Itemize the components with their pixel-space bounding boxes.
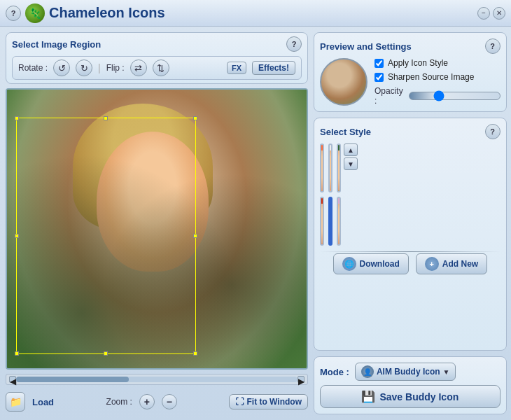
thumb-face-5	[328, 204, 332, 246]
divider	[320, 251, 500, 252]
minimize-button[interactable]: −	[477, 7, 490, 20]
style-scroll-up-button[interactable]: ▲	[344, 144, 358, 156]
left-panel: Select Image Region ? Rotate : ↺ ↻ | Fli…	[6, 32, 308, 414]
add-new-label: Add New	[442, 259, 478, 269]
opacity-row: Opacity :	[374, 86, 500, 106]
horizontal-scrollbar[interactable]: ◀ ▶	[6, 374, 308, 385]
mode-row: Mode : 👤 AIM Buddy Icon ▼	[320, 363, 500, 381]
style-green-leaves-thumb[interactable]	[337, 144, 341, 192]
title-bar: ? 🦎 Chameleon Icons − ✕	[0, 0, 511, 27]
flip-horizontal-button[interactable]: ⇄	[130, 59, 147, 76]
preview-thumbnail	[320, 58, 368, 106]
style-title: Select Style	[320, 127, 371, 137]
fit-window-button[interactable]: ⛶ Fit to Window	[229, 394, 308, 410]
style-red-flowers-thumb[interactable]	[320, 197, 324, 246]
sharpen-checkbox[interactable]	[374, 73, 384, 82]
main-layout: Select Image Region ? Rotate : ↺ ↻ | Fli…	[0, 27, 511, 420]
load-label: Load	[32, 397, 54, 407]
style-pink-thumb[interactable]	[337, 197, 341, 246]
preview-panel: Preview and Settings ? Apply Icon Style …	[314, 32, 507, 112]
scroll-left-arrow[interactable]: ◀	[9, 376, 16, 383]
save-label: Save Buddy Icon	[379, 391, 458, 402]
download-button[interactable]: 🌐 Download	[333, 253, 409, 274]
image-toolbar: Rotate : ↺ ↻ | Flip : ⇄ ⇅ FX Effects!	[12, 56, 302, 80]
add-new-button[interactable]: + Add New	[416, 253, 487, 274]
apply-style-row: Apply Icon Style	[374, 58, 500, 68]
image-canvas[interactable]	[6, 88, 308, 370]
window-controls: − ✕	[477, 7, 505, 20]
select-region-title: Select Image Region	[12, 39, 101, 50]
title-bar-left: ? 🦎 Chameleon Icons	[6, 4, 165, 23]
fit-icon: ⛶	[235, 397, 244, 407]
download-icon: 🌐	[342, 257, 356, 271]
fit-label: Fit to Window	[246, 397, 302, 407]
load-icon-button[interactable]: 📁	[6, 392, 25, 412]
thumb-face-1	[320, 150, 324, 192]
style-scroll-down-button[interactable]: ▼	[344, 158, 358, 170]
photo-overlay	[7, 90, 307, 368]
apply-style-checkbox[interactable]	[374, 59, 384, 68]
close-button[interactable]: ✕	[493, 7, 505, 20]
image-canvas-inner	[7, 90, 307, 368]
bottom-toolbar: 📁 Load Zoom : + − ⛶ Fit to Window	[6, 389, 308, 414]
style-panel: Select Style ?	[314, 118, 507, 351]
thumb-face-4	[320, 204, 324, 246]
thumb-face-6	[337, 204, 341, 246]
app-logo: 🦎	[25, 4, 45, 23]
style-flowers-thumb[interactable]	[320, 144, 324, 192]
preview-controls: Apply Icon Style Sharpen Source Image Op…	[374, 58, 500, 106]
flip-label: Flip :	[106, 63, 125, 73]
style-blue-frame-thumb[interactable]	[328, 197, 332, 246]
style-actions: 🌐 Download + Add New	[320, 253, 500, 274]
effects-button[interactable]: Effects!	[252, 61, 295, 75]
save-icon: 💾	[361, 390, 375, 403]
select-region-help[interactable]: ?	[286, 36, 302, 52]
thumb-face-2	[328, 150, 332, 192]
preview-help-button[interactable]: ?	[485, 38, 500, 54]
apply-style-label: Apply Icon Style	[388, 58, 448, 68]
app-title: Chameleon Icons	[49, 5, 165, 21]
chevron-down-icon: ▼	[443, 368, 450, 376]
rotate-right-button[interactable]: ↻	[76, 59, 92, 76]
zoom-out-button[interactable]: −	[162, 394, 177, 410]
flip-vertical-button[interactable]: ⇅	[153, 59, 169, 76]
download-label: Download	[360, 259, 400, 269]
right-panel: Preview and Settings ? Apply Icon Style …	[314, 32, 507, 414]
rotate-left-button[interactable]: ↺	[53, 59, 70, 76]
opacity-label: Opacity :	[374, 86, 403, 106]
opacity-slider[interactable]	[409, 92, 500, 100]
rotate-label: Rotate :	[18, 63, 48, 73]
select-region-panel: Select Image Region ? Rotate : ↺ ↻ | Fli…	[6, 32, 308, 84]
thumb-face-3	[337, 150, 341, 192]
save-row: 💾 Save Buddy Icon	[320, 385, 500, 408]
title-help-button[interactable]: ?	[6, 6, 21, 21]
scroll-track-h[interactable]	[16, 377, 298, 382]
preview-header: Preview and Settings ?	[320, 38, 500, 54]
style-help-button[interactable]: ?	[485, 124, 500, 139]
zoom-in-button[interactable]: +	[139, 394, 155, 410]
style-header: Select Style ?	[320, 124, 500, 139]
scroll-thumb-h[interactable]	[16, 377, 129, 382]
toolbar-separator-1: |	[98, 62, 101, 74]
scroll-right-arrow[interactable]: ▶	[298, 376, 304, 383]
sharpen-label: Sharpen Source Image	[388, 72, 474, 82]
preview-title: Preview and Settings	[320, 41, 412, 52]
sharpen-row: Sharpen Source Image	[374, 72, 500, 82]
style-grid-area: ▲ ▼	[320, 144, 500, 250]
select-region-header: Select Image Region ?	[12, 36, 302, 52]
mode-panel: Mode : 👤 AIM Buddy Icon ▼ 💾 Save Buddy I…	[314, 356, 507, 414]
mode-icon: 👤	[361, 365, 374, 378]
add-new-icon: +	[425, 257, 439, 271]
mode-label: Mode :	[320, 367, 349, 377]
fx-button[interactable]: FX	[227, 62, 246, 74]
mode-dropdown[interactable]: 👤 AIM Buddy Icon ▼	[355, 363, 456, 381]
style-white-flowers-thumb[interactable]	[328, 144, 332, 192]
style-grid	[320, 144, 341, 246]
save-buddy-icon-button[interactable]: 💾 Save Buddy Icon	[320, 385, 500, 408]
mode-value: AIM Buddy Icon	[377, 367, 440, 377]
preview-box: Apply Icon Style Sharpen Source Image Op…	[320, 58, 500, 106]
style-scroll-buttons: ▲ ▼	[344, 144, 358, 170]
zoom-label: Zoom :	[106, 397, 132, 407]
